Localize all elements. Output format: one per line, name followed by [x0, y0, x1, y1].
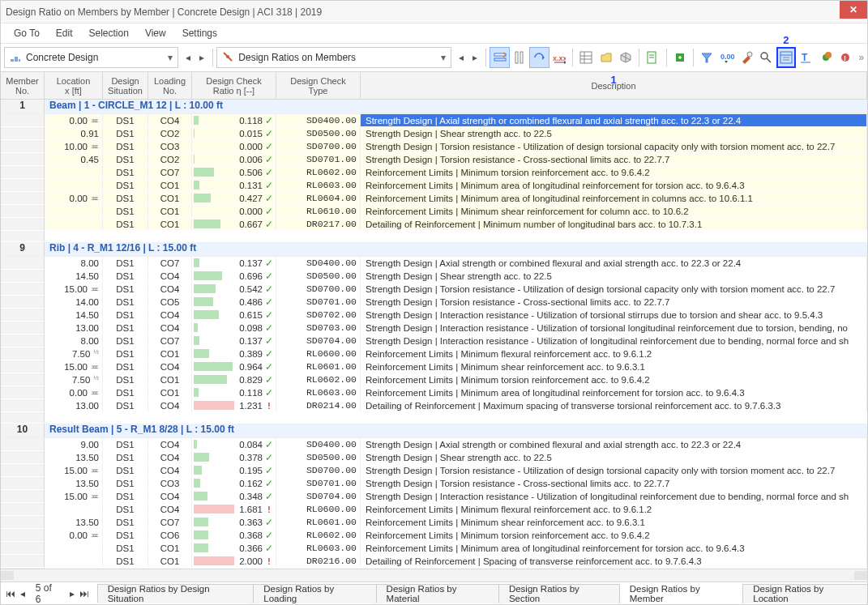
table-row[interactable]: 15.00≖ DS1 CO4 0.195 ✓ SD0700.00 Strengt… — [1, 464, 867, 477]
tab[interactable]: Design Ratios by Location — [742, 584, 868, 603]
cell-description: Strength Design | Interaction resistance… — [361, 309, 867, 321]
view-3d-button[interactable] — [616, 47, 635, 68]
axis-toggle-button[interactable]: x.xx — [549, 47, 569, 68]
table-row[interactable]: 0.00≖ DS1 CO1 0.118 ✓ RL0603.00 Reinforc… — [1, 386, 867, 399]
open-folder-button[interactable] — [596, 47, 615, 68]
pager-last-button[interactable]: ⏭ — [78, 586, 90, 602]
find-text-button[interactable]: T — [796, 47, 815, 68]
cell-type: RL0602.00 — [276, 529, 361, 541]
table-row[interactable]: 10.00≖ DS1 CO3 0.000 ✓ SD0700.00 Strengt… — [1, 140, 867, 153]
table-row[interactable]: 14.50 DS1 CO4 0.615 ✓ SD0702.00 Strength… — [1, 309, 867, 322]
table-row[interactable]: 15.00≖ DS1 CO4 0.542 ✓ SD0700.00 Strengt… — [1, 283, 867, 296]
table-row[interactable]: 0.00≖ DS1 CO6 0.368 ✓ RL0602.00 Reinforc… — [1, 529, 867, 542]
header-ratio[interactable]: Design Check Ratio η [--] — [192, 72, 276, 99]
grid-rows[interactable]: 1 Beam | 1 - CIRCLE_M1 12 | L : 10.00 ft… — [1, 100, 867, 569]
close-button[interactable]: ✕ — [840, 1, 867, 19]
table-row[interactable]: 15.00≖ DS1 CO4 0.964 ✓ RL0601.00 Reinfor… — [1, 360, 867, 373]
table-row[interactable]: 13.00 DS1 CO4 0.098 ✓ SD0703.00 Strength… — [1, 322, 867, 334]
cell-member — [1, 192, 45, 204]
addon-combo[interactable]: Concrete Design ▾ — [4, 47, 178, 68]
header-situation[interactable]: Design Situation — [103, 72, 148, 99]
table-row[interactable]: 13.50 DS1 CO4 0.378 ✓ SD0500.00 Strength… — [1, 451, 867, 464]
table-row[interactable]: DS1 CO1 2.000 ! DR0216.00 Detailing of R… — [1, 555, 867, 568]
menu-goto[interactable]: Go To — [6, 26, 48, 40]
filter-row-button[interactable] — [490, 47, 509, 68]
addon-prev-button[interactable]: ◂ — [182, 47, 194, 68]
table-row[interactable]: 0.45 DS1 CO2 0.006 ✓ SD0701.00 Strength … — [1, 153, 867, 166]
chevron-down-icon: ▾ — [163, 52, 177, 63]
overflow-icon[interactable]: » — [858, 52, 864, 63]
table-row[interactable]: 15.00≖ DS1 CO4 0.348 ✓ SD0704.00 Strengt… — [1, 490, 867, 503]
table-row[interactable]: DS1 CO7 0.506 ✓ RL0602.00 Reinforcement … — [1, 166, 867, 179]
svg-point-26 — [747, 52, 752, 57]
menu-view[interactable]: View — [137, 26, 174, 40]
filter-column-button[interactable] — [510, 47, 529, 68]
group-title: Beam | 1 - CIRCLE_M1 12 | L : 10.00 ft — [45, 100, 223, 113]
table-row[interactable]: 13.00 DS1 CO4 1.231 ! DR0214.00 Detailin… — [1, 399, 867, 412]
tab[interactable]: Design Ratios by Member — [619, 584, 744, 603]
group-row[interactable]: 10 Result Beam | 5 - R_M1 8/28 | L : 15.… — [1, 424, 867, 438]
category-next-button[interactable]: ▸ — [468, 47, 481, 68]
sync-selection-button[interactable] — [529, 47, 549, 68]
table-row[interactable]: 0.91 DS1 CO2 0.015 ✓ SD0500.00 Strength … — [1, 127, 867, 140]
report-button[interactable] — [643, 47, 662, 68]
pager-first-button[interactable]: ⏮ — [4, 586, 16, 602]
tab[interactable]: Design Ratios by Loading — [253, 584, 376, 603]
tab[interactable]: Design Ratios by Material — [376, 584, 499, 603]
funnel-filter-button[interactable] — [697, 47, 716, 68]
table-row[interactable]: 7.50½ DS1 CO1 0.829 ✓ RL0602.00 Reinforc… — [1, 373, 867, 386]
table-row[interactable]: DS1 CO1 0.667 ✓ DR0217.00 Detailing of R… — [1, 218, 867, 231]
tools-button[interactable] — [737, 47, 756, 68]
table-row[interactable]: 13.50 DS1 CO7 0.363 ✓ RL0601.00 Reinforc… — [1, 516, 867, 529]
menu-edit[interactable]: Edit — [48, 26, 81, 40]
addon-next-button[interactable]: ▸ — [195, 47, 207, 68]
header-loading[interactable]: Loading No. — [148, 72, 192, 99]
group-row[interactable]: 9 Rib | 4 - R_M1 12/16 | L : 15.00 ft — [1, 242, 867, 257]
cell-location: 10.00≖ — [45, 140, 103, 152]
header-type[interactable]: Design Check Type — [276, 72, 361, 99]
horizontal-scrollbar[interactable] — [1, 569, 867, 582]
category-combo[interactable]: Design Ratios on Members ▾ — [216, 47, 451, 68]
show-info-button[interactable] — [816, 47, 836, 68]
cell-type: RL0602.00 — [276, 166, 361, 178]
group-row[interactable]: 1 Beam | 1 - CIRCLE_M1 12 | L : 10.00 ft — [1, 100, 867, 114]
header-member[interactable]: Member No. — [1, 72, 45, 99]
header-location[interactable]: Location x [ft] — [45, 72, 103, 99]
table-row[interactable]: 14.00 DS1 CO5 0.486 ✓ SD0701.00 Strength… — [1, 296, 867, 309]
table-row[interactable]: 8.00 DS1 CO7 0.137 ✓ SD0704.00 Strength … — [1, 334, 867, 347]
tab[interactable]: Design Ratios by Design Situation — [97, 584, 254, 603]
cell-member — [1, 322, 45, 334]
table-row[interactable]: 8.00 DS1 CO7 0.137 ✓ SD0400.00 Strength … — [1, 257, 867, 270]
table-row[interactable]: DS1 CO1 0.131 ✓ RL0603.00 Reinforcement … — [1, 179, 867, 192]
table-row[interactable]: DS1 CO1 0.000 ✓ RL0610.00 Reinforcement … — [1, 205, 867, 218]
search-button[interactable] — [756, 47, 776, 68]
cell-ratio: 0.131 ✓ — [192, 179, 276, 191]
cell-member — [1, 114, 45, 126]
tab[interactable]: Design Ratios by Section — [498, 584, 620, 603]
table-row[interactable]: 9.00 DS1 CO4 0.084 ✓ SD0400.00 Strength … — [1, 438, 867, 451]
table-row[interactable]: 7.50½ DS1 CO1 0.389 ✓ RL0600.00 Reinforc… — [1, 347, 867, 360]
check-icon: ✓ — [264, 114, 274, 126]
cell-description: Detailing of Reinforcement | Spacing of … — [361, 555, 867, 567]
decimal-places-button[interactable]: 0.00 — [716, 47, 736, 68]
show-warnings-button[interactable]: ! — [836, 47, 855, 68]
table-view-button[interactable] — [576, 47, 596, 68]
category-prev-button[interactable]: ◂ — [455, 47, 467, 68]
header-description[interactable]: 1 Description — [361, 72, 867, 99]
cell-description: Strength Design | Interaction resistance… — [361, 334, 867, 347]
pager-prev-button[interactable]: ◂ — [16, 586, 28, 602]
table-row[interactable]: DS1 CO4 1.681 ! RL0600.00 Reinforcement … — [1, 503, 867, 516]
export-button[interactable] — [670, 47, 690, 68]
cell-situation: DS1 — [103, 477, 148, 489]
pager-next-button[interactable]: ▸ — [66, 586, 78, 602]
annotation-2: 2 — [783, 34, 789, 46]
menu-selection[interactable]: Selection — [81, 26, 137, 40]
cell-situation: DS1 — [103, 334, 148, 347]
details-panel-button[interactable]: 2 — [776, 47, 797, 68]
table-row[interactable]: 0.00≖ DS1 CO1 0.427 ✓ RL0604.00 Reinforc… — [1, 192, 867, 205]
table-row[interactable]: DS1 CO1 0.366 ✓ RL0603.00 Reinforcement … — [1, 542, 867, 555]
table-row[interactable]: 13.50 DS1 CO3 0.162 ✓ SD0701.00 Strength… — [1, 477, 867, 490]
menu-settings[interactable]: Settings — [174, 26, 225, 40]
table-row[interactable]: 0.00≖ DS1 CO4 0.118 ✓ SD0400.00 Strength… — [1, 114, 867, 127]
table-row[interactable]: 14.50 DS1 CO4 0.696 ✓ SD0500.00 Strength… — [1, 270, 867, 283]
